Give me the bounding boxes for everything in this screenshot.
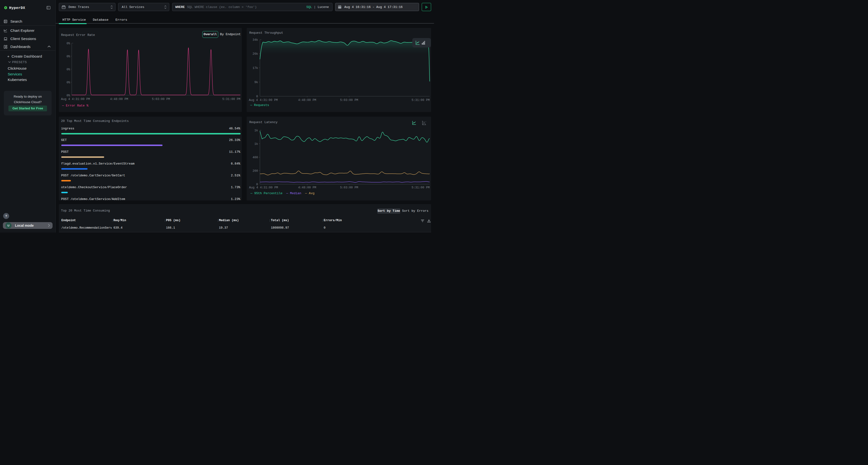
svg-text:Aug 4 4:31:00 PM: Aug 4 4:31:00 PM (61, 98, 90, 101)
svg-text:0: 0 (256, 183, 258, 186)
svg-text:9k: 9k (254, 81, 258, 84)
svg-text:200: 200 (252, 169, 258, 173)
svg-text:400: 400 (252, 156, 258, 159)
svg-text:5:31:00 PM: 5:31:00 PM (411, 186, 430, 189)
svg-text:4:48:00 PM: 4:48:00 PM (110, 98, 128, 101)
svg-text:0%: 0% (66, 68, 70, 71)
svg-text:17k: 17k (252, 66, 258, 70)
svg-text:34k: 34k (252, 38, 258, 42)
svg-text:Aug 4 4:31:00 PM: Aug 4 4:31:00 PM (249, 186, 278, 189)
svg-text:0%: 0% (66, 55, 70, 58)
svg-text:5:31:00 PM: 5:31:00 PM (222, 98, 240, 101)
svg-text:1k: 1k (254, 142, 258, 146)
svg-text:0%: 0% (66, 42, 70, 45)
svg-text:5:03:00 PM: 5:03:00 PM (152, 98, 170, 101)
svg-text:1k: 1k (254, 129, 258, 132)
svg-text:Aug 4 4:31:00 PM: Aug 4 4:31:00 PM (249, 99, 278, 102)
svg-text:5:31:00 PM: 5:31:00 PM (411, 99, 430, 102)
svg-text:0%: 0% (66, 81, 70, 84)
svg-text:0%: 0% (66, 94, 70, 97)
svg-text:5:03:00 PM: 5:03:00 PM (340, 99, 358, 102)
svg-text:4:48:00 PM: 4:48:00 PM (298, 99, 316, 102)
svg-text:5:03:00 PM: 5:03:00 PM (340, 186, 358, 189)
svg-text:26k: 26k (252, 52, 258, 56)
svg-text:4:48:00 PM: 4:48:00 PM (298, 186, 316, 189)
svg-text:0: 0 (256, 95, 258, 98)
